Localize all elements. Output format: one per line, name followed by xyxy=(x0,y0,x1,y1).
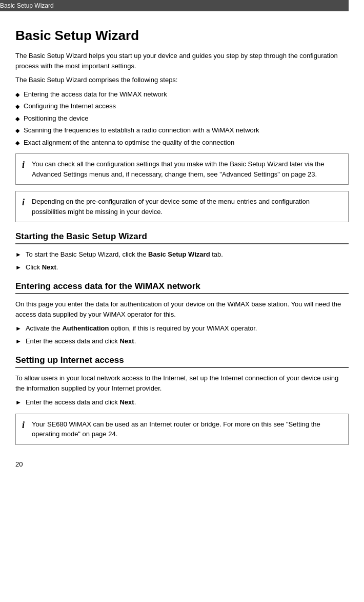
info-icon-1: i xyxy=(22,160,25,170)
arrow-icon: ► xyxy=(15,263,22,272)
section-3-header: Setting up Internet access xyxy=(15,355,349,368)
intro-line2: The Basic Setup Wizard comprises the fol… xyxy=(15,75,349,85)
section-3-body: To allow users in your local network acc… xyxy=(15,373,349,393)
section-1-title: Starting the Basic Setup Wizard xyxy=(15,231,147,241)
arrow-icon: ► xyxy=(15,398,22,407)
action-text-before: Activate the xyxy=(26,324,63,332)
arrow-icon: ► xyxy=(15,324,22,333)
action-item: ► Enter the access data and click Next. xyxy=(15,397,349,407)
info-box-2-text: Depending on the pre-configuration of yo… xyxy=(32,197,342,217)
section-2-actions: ► Activate the Authentication option, if… xyxy=(15,323,349,346)
info-icon-2: i xyxy=(22,197,25,208)
action-text-before: To start the Basic Setup Wizard, click t… xyxy=(26,250,148,258)
section-2-header: Entering access data for the WiMAX netwo… xyxy=(15,281,349,294)
info-icon-3: i xyxy=(22,420,25,431)
bullet-text: Exact alignment of the antenna to optimi… xyxy=(24,138,234,148)
arrow-icon: ► xyxy=(15,337,22,346)
action-text-before: Enter the access data and click xyxy=(26,398,120,406)
list-item: ◆ Configuring the Internet access xyxy=(15,101,349,111)
info-box-2: i Depending on the pre-configuration of … xyxy=(15,191,349,222)
section-1-actions: ► To start the Basic Setup Wizard, click… xyxy=(15,249,349,272)
bullet-icon: ◆ xyxy=(15,139,19,147)
action-bold: Basic Setup Wizard xyxy=(148,250,210,258)
action-item: ► To start the Basic Setup Wizard, click… xyxy=(15,249,349,260)
list-item: ◆ Scanning the frequencies to establish … xyxy=(15,125,349,135)
info-box-1-text: You can check all the configuration sett… xyxy=(32,159,342,179)
section-3-actions: ► Enter the access data and click Next. xyxy=(15,397,349,407)
action-text-before: Click xyxy=(26,263,42,271)
info-box-1: i You can check all the configuration se… xyxy=(15,153,349,185)
info-box-3: i Your SE680 WiMAX can be used as an Int… xyxy=(15,414,349,445)
bullet-icon: ◆ xyxy=(15,126,19,135)
action-bold: Next xyxy=(119,337,134,345)
section-2-title: Entering access data for the WiMAX netwo… xyxy=(15,281,200,291)
bullet-icon: ◆ xyxy=(15,90,19,99)
top-bar-label: Basic Setup Wizard xyxy=(0,2,54,9)
section-2-body: On this page you enter the data for auth… xyxy=(15,299,349,319)
bullet-icon: ◆ xyxy=(15,114,19,123)
section-1-header: Starting the Basic Setup Wizard xyxy=(15,231,349,244)
action-bold: Next xyxy=(119,398,134,406)
action-text: Click Next. xyxy=(26,262,58,273)
bullet-text: Positioning the device xyxy=(24,113,88,124)
intro-line1: The Basic Setup Wizard helps you start u… xyxy=(15,51,349,71)
bullet-icon: ◆ xyxy=(15,102,19,111)
action-item: ► Activate the Authentication option, if… xyxy=(15,323,349,334)
action-text-after: . xyxy=(56,263,58,271)
bullet-text: Configuring the Internet access xyxy=(24,101,116,111)
action-text-after: . xyxy=(134,337,136,345)
action-text: Enter the access data and click Next. xyxy=(26,397,136,407)
action-item: ► Enter the access data and click Next. xyxy=(15,336,349,346)
bullet-text: Scanning the frequencies to establish a … xyxy=(24,125,259,135)
bullet-list: ◆ Entering the access data for the WiMAX… xyxy=(15,89,349,148)
action-text: To start the Basic Setup Wizard, click t… xyxy=(26,249,223,260)
page-title: Basic Setup Wizard xyxy=(15,28,349,44)
top-bar: Basic Setup Wizard xyxy=(0,0,349,11)
action-text-before: Enter the access data and click xyxy=(26,337,120,345)
list-item: ◆ Entering the access data for the WiMAX… xyxy=(15,89,349,100)
action-text-after: . xyxy=(134,398,136,406)
action-text-after: option, if this is required by your WiMA… xyxy=(109,324,257,332)
arrow-icon: ► xyxy=(15,250,22,259)
section-3-title: Setting up Internet access xyxy=(15,355,124,365)
list-item: ◆ Positioning the device xyxy=(15,113,349,124)
action-bold: Next xyxy=(42,263,56,271)
action-text: Enter the access data and click Next. xyxy=(26,336,136,346)
action-item: ► Click Next. xyxy=(15,262,349,273)
bullet-text: Entering the access data for the WiMAX n… xyxy=(24,89,167,100)
action-bold: Authentication xyxy=(62,324,109,332)
list-item: ◆ Exact alignment of the antenna to opti… xyxy=(15,138,349,148)
action-text-after: tab. xyxy=(210,250,223,258)
info-box-3-text: Your SE680 WiMAX can be used as an Inter… xyxy=(32,419,342,439)
action-text: Activate the Authentication option, if t… xyxy=(26,323,257,334)
page-number: 20 xyxy=(15,460,349,468)
